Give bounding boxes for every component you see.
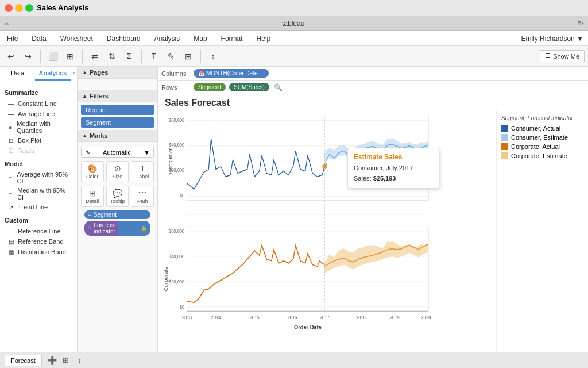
item-median-95ci[interactable]: ~ Median with 95% CI bbox=[5, 186, 72, 202]
text-button[interactable]: T bbox=[146, 49, 161, 64]
svg-rect-11 bbox=[187, 116, 428, 201]
legend-color-corporate-estimate bbox=[501, 152, 508, 159]
menu-analysis[interactable]: Analysis bbox=[152, 33, 183, 44]
path-label: Path bbox=[137, 198, 148, 204]
marks-path-btn[interactable]: 〰 Path bbox=[131, 186, 154, 207]
left-panel: Data Analytics › Summarize — Constant Li… bbox=[0, 67, 78, 352]
marks-detail-btn[interactable]: ⊞ Detail bbox=[81, 186, 104, 207]
refresh-icon[interactable]: ↻ bbox=[578, 20, 583, 28]
window-controls bbox=[5, 4, 33, 12]
row-search-icon[interactable]: 🔍 bbox=[274, 83, 283, 91]
marks-tooltip-btn[interactable]: 💬 Tooltip bbox=[106, 186, 129, 207]
item-reference-line[interactable]: — Reference Line bbox=[5, 226, 72, 236]
item-average-line[interactable]: — Average Line bbox=[5, 109, 72, 119]
segment-pill[interactable]: ⠿ Segment bbox=[84, 210, 150, 219]
item-box-plot[interactable]: ⊡ Box Plot bbox=[5, 135, 72, 145]
legend-item-corporate-estimate: Corporate, Estimate bbox=[501, 152, 583, 159]
marks-color-btn[interactable]: 🎨 Color bbox=[81, 161, 104, 182]
svg-text:2017: 2017 bbox=[320, 315, 330, 321]
show-me-button[interactable]: ☰ Show Me bbox=[540, 50, 585, 62]
duplicate-button[interactable]: ⊞ bbox=[63, 49, 78, 64]
swap-button[interactable]: ⇄ bbox=[87, 49, 102, 64]
toolbar-sep-1 bbox=[40, 50, 41, 63]
marks-type-dropdown[interactable]: ∿ Automatic ▼ bbox=[81, 147, 154, 158]
menu-items: File Data Worksheet Dashboard Analysis M… bbox=[5, 33, 273, 44]
undo-button[interactable]: ↩ bbox=[3, 49, 18, 64]
duplicate-sheet-icon[interactable]: ⊞ bbox=[60, 355, 72, 366]
show-me-label: Show Me bbox=[553, 53, 579, 60]
add-sheet-icon[interactable]: ➕ bbox=[47, 355, 58, 366]
bottom-icons: ➕ ⊞ ↕ bbox=[47, 355, 86, 366]
tooltip-label: Tooltip bbox=[110, 198, 125, 204]
legend-color-consumer-estimate bbox=[501, 134, 508, 141]
item-reference-band[interactable]: ▤ Reference Band bbox=[5, 236, 72, 247]
tab-data[interactable]: Data bbox=[0, 67, 35, 80]
menu-data[interactable]: Data bbox=[29, 33, 48, 44]
rows-pill-sum-sales[interactable]: SUM(Sales) bbox=[229, 83, 269, 91]
menu-help[interactable]: Help bbox=[254, 33, 273, 44]
item-avg-95ci[interactable]: ~ Average with 95% CI bbox=[5, 170, 72, 186]
redo-button[interactable]: ↪ bbox=[21, 49, 36, 64]
pages-content bbox=[78, 79, 157, 90]
close-button[interactable] bbox=[5, 4, 13, 12]
svg-marker-24 bbox=[324, 241, 428, 274]
new-sheet-button[interactable]: ⬜ bbox=[45, 49, 60, 64]
marks-label-btn[interactable]: T Label bbox=[131, 161, 154, 182]
marks-icon-row: 🎨 Color ⊙ Size T Label bbox=[81, 161, 154, 182]
marks-size-btn[interactable]: ⊙ Size bbox=[106, 161, 129, 182]
svg-text:2014: 2014 bbox=[211, 315, 221, 321]
rows-pill-segment-text: Segment bbox=[198, 84, 221, 90]
edit-button[interactable]: ✎ bbox=[164, 49, 179, 64]
marks-arrow: ▲ bbox=[82, 133, 87, 139]
minimize-button[interactable] bbox=[15, 4, 23, 12]
columns-pill-month[interactable]: 📅 MONTH(Order Date ... bbox=[194, 69, 269, 78]
window-title-section: Sales Analysis bbox=[5, 3, 89, 12]
average-line-icon: — bbox=[7, 110, 15, 118]
user-section[interactable]: Emily Richardson ▼ bbox=[521, 34, 583, 43]
menu-worksheet[interactable]: Worksheet bbox=[58, 33, 95, 44]
sort-button[interactable]: ⇅ bbox=[105, 49, 119, 64]
filters-label: Filters bbox=[90, 93, 109, 99]
legend-item-consumer-actual: Consumer, Actual bbox=[501, 125, 583, 132]
marks-label: Marks bbox=[90, 132, 108, 139]
grid-button[interactable]: ⊞ bbox=[181, 49, 196, 64]
sort-sheets-icon[interactable]: ↕ bbox=[74, 355, 86, 366]
pages-label: Pages bbox=[90, 69, 108, 76]
lock-icon: 🔒 bbox=[141, 225, 147, 231]
forecast-pill[interactable]: ⠿ Forecast indicator 🔒 bbox=[84, 221, 150, 236]
panel-collapse-arrow[interactable]: › bbox=[71, 67, 77, 80]
item-distribution-band[interactable]: ▦ Distribution Band bbox=[5, 247, 72, 257]
avg-95ci-icon: ~ bbox=[7, 174, 14, 182]
sheet-tab-forecast[interactable]: Forecast bbox=[5, 355, 42, 366]
menu-format[interactable]: Format bbox=[219, 33, 245, 44]
menu-map[interactable]: Map bbox=[191, 33, 209, 44]
item-median-quartiles[interactable]: ≡ Median with Quartiles bbox=[5, 119, 72, 135]
item-constant-line[interactable]: — Constant Line bbox=[5, 98, 72, 109]
svg-text:2015: 2015 bbox=[250, 315, 260, 321]
fit-button[interactable]: ↕ bbox=[206, 49, 220, 64]
maximize-button[interactable] bbox=[25, 4, 33, 12]
label-icon: T bbox=[140, 164, 145, 173]
filter-segment[interactable]: Segment bbox=[81, 117, 154, 128]
size-label: Size bbox=[113, 174, 123, 179]
chart-svg: $60,000 $40,000 $20,000 $0 Consumer bbox=[158, 110, 496, 352]
rows-pill-segment[interactable]: Segment bbox=[194, 83, 226, 91]
sum-button[interactable]: Σ bbox=[122, 49, 137, 64]
tab-bar: ‹ › tableau ↻ bbox=[0, 16, 588, 31]
rows-pill-sum-sales-text: SUM(Sales) bbox=[234, 84, 265, 90]
svg-text:2016: 2016 bbox=[288, 315, 297, 321]
menu-file[interactable]: File bbox=[5, 33, 20, 44]
dropdown-arrow-icon: ▼ bbox=[144, 149, 150, 156]
marks-section: ∿ Automatic ▼ 🎨 Color ⊙ Size T Label bbox=[78, 142, 157, 240]
svg-text:$0: $0 bbox=[180, 193, 185, 199]
distribution-band-icon: ▦ bbox=[7, 248, 15, 256]
filters-arrow: ▲ bbox=[82, 93, 87, 99]
app-name: tableau bbox=[9, 20, 578, 28]
svg-marker-12 bbox=[324, 139, 428, 161]
tab-analytics[interactable]: Analytics bbox=[35, 67, 70, 80]
item-trend-line[interactable]: ↗ Trend Line bbox=[5, 202, 72, 212]
svg-text:$40,000: $40,000 bbox=[169, 254, 185, 259]
filter-region[interactable]: Region bbox=[81, 105, 154, 115]
legend-color-corporate-actual bbox=[501, 143, 508, 150]
menu-dashboard[interactable]: Dashboard bbox=[105, 33, 143, 44]
